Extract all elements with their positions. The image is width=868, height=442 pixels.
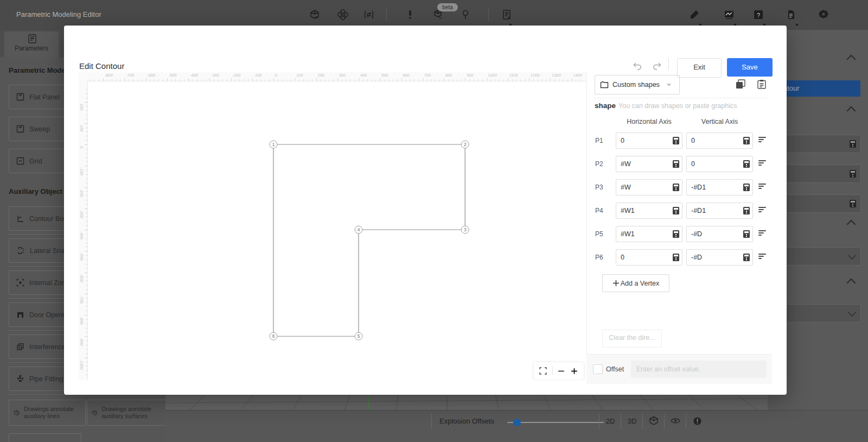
row-options-icon[interactable]: [758, 160, 766, 167]
collapse-chevron-icon[interactable]: [847, 279, 856, 288]
zoom-out-icon[interactable]: [558, 368, 565, 375]
calculator-icon[interactable]: [743, 137, 750, 144]
collapse-chevron-icon[interactable]: [847, 55, 856, 64]
calculator-icon[interactable]: [850, 170, 856, 178]
calculator-icon[interactable]: [850, 140, 856, 148]
cube-icon[interactable]: [649, 416, 659, 426]
vertex-input-wrap: [686, 203, 753, 219]
eye-icon[interactable]: [671, 417, 680, 425]
explosion-offsets-label: Explosion Offsets: [439, 417, 494, 425]
zoom-in-icon[interactable]: [571, 368, 578, 375]
sidebar-item-label: Sweep: [29, 125, 50, 133]
components-icon[interactable]: [337, 9, 348, 20]
zoom-divider: [552, 367, 553, 375]
collapse-chevron-icon[interactable]: [847, 220, 856, 229]
plus-icon: [612, 280, 620, 287]
swap-icon[interactable]: [363, 9, 374, 20]
offset-label: Offset: [606, 365, 624, 373]
calculator-icon[interactable]: [743, 184, 750, 191]
parameter-input[interactable]: [781, 135, 861, 153]
parameter-input[interactable]: [781, 194, 861, 213]
view-3d-button[interactable]: 3D: [624, 417, 640, 425]
interference-zone-icon: [16, 343, 24, 351]
calculator-icon[interactable]: [743, 207, 750, 214]
calculator-icon[interactable]: [850, 200, 856, 207]
custom-shapes-dropdown[interactable]: Custom shapes: [595, 75, 680, 94]
sidebar-item-drawings-annotate-surfaces[interactable]: Drawings annotate auxiliary surfaces: [87, 400, 166, 426]
sidebar-item-drawings-annotate-lines[interactable]: Drawings annotate auxiliary lines: [9, 400, 86, 426]
collapse-chevron-icon[interactable]: [847, 106, 856, 116]
save-button[interactable]: Save: [727, 58, 773, 77]
parameters-icon: [28, 34, 36, 43]
header-divider: [668, 58, 669, 70]
calculator-icon[interactable]: [673, 184, 679, 191]
document-icon[interactable]: [501, 9, 512, 20]
vertex-input-wrap: [686, 156, 753, 172]
gear-icon[interactable]: [818, 9, 829, 20]
cube-3d-icon[interactable]: [309, 9, 320, 20]
vertex-row-label: P3: [595, 184, 603, 191]
flat-panel-icon: [16, 93, 24, 101]
tab-parameters-label: Parameters: [4, 45, 59, 52]
explosion-offsets-slider-track[interactable]: [507, 422, 604, 423]
vertex-number: 5: [358, 333, 360, 339]
sidebar-item-label: Pipe Fitting: [29, 375, 63, 383]
sidebar-item-label: Lateral Snap: [30, 247, 68, 255]
document-icon[interactable]: [786, 9, 796, 20]
paste-icon[interactable]: [757, 79, 766, 89]
custom-shapes-label: Custom shapes: [612, 81, 660, 89]
calculator-icon[interactable]: [743, 230, 750, 238]
bottombar-divider: [599, 414, 599, 429]
drawings-annotate-icon: [14, 408, 20, 418]
vertex-input-wrap: [616, 226, 682, 242]
row-options-icon[interactable]: [758, 137, 766, 143]
redo-icon[interactable]: [652, 60, 662, 71]
image-chart-icon[interactable]: [724, 9, 735, 20]
vertex-row-label: P4: [595, 207, 603, 214]
sweep-icon: [16, 125, 24, 133]
sidebar-item-label: Interference: [29, 343, 66, 351]
link-icon[interactable]: [460, 9, 471, 20]
clear-direction-button[interactable]: Clear the dire...: [602, 330, 662, 348]
add-contour-button[interactable]: ntour: [779, 80, 860, 97]
explosion-offsets-slider-knob[interactable]: [513, 419, 521, 426]
view-2d-button[interactable]: 2D: [602, 417, 618, 425]
drawings-annotate-icon: [92, 408, 98, 418]
undo-icon[interactable]: [632, 60, 643, 71]
calculator-icon[interactable]: [673, 160, 679, 168]
parameter-select[interactable]: [781, 247, 861, 266]
vertex-row-label: P5: [595, 230, 603, 238]
contour-canvas[interactable]: -800-700-600-500-400-300-200-10001002003…: [79, 72, 586, 380]
exit-button[interactable]: Exit: [677, 58, 722, 78]
sidebar-item-label: Drawings annotate auxiliary lines: [24, 406, 85, 419]
pin-icon[interactable]: [405, 9, 416, 20]
calculator-icon[interactable]: [673, 254, 679, 261]
offset-value-input[interactable]: [631, 361, 767, 378]
sidebar-item-label: Internal Zone: [29, 279, 69, 287]
calculator-icon[interactable]: [743, 160, 750, 168]
calculator-icon[interactable]: [743, 254, 750, 261]
beta-badge: beta: [437, 3, 458, 11]
vertex-input-wrap: [616, 179, 682, 195]
bottombar-divider: [642, 414, 643, 429]
parameter-input[interactable]: [781, 165, 861, 183]
offset-checkbox[interactable]: [593, 364, 603, 374]
row-options-icon[interactable]: [758, 230, 766, 237]
row-options-icon[interactable]: [758, 184, 766, 190]
parameter-select[interactable]: [781, 304, 861, 323]
row-options-icon[interactable]: [758, 254, 766, 260]
pencil-icon[interactable]: [689, 9, 700, 20]
calculator-icon[interactable]: [673, 230, 679, 238]
add-vertex-button[interactable]: Add a Vertex: [602, 274, 669, 292]
help-icon[interactable]: ?: [753, 9, 764, 20]
bottombar-divider: [686, 414, 686, 429]
tab-parameters[interactable]: Parameters: [4, 31, 59, 57]
copy-icon[interactable]: [736, 79, 745, 89]
row-options-icon[interactable]: [758, 207, 766, 213]
calculator-icon[interactable]: [673, 207, 679, 214]
calculator-icon[interactable]: [673, 137, 679, 144]
info-icon[interactable]: [693, 417, 701, 425]
fullscreen-icon[interactable]: [539, 367, 547, 375]
vertex-input-wrap: [616, 203, 682, 219]
sidebar-item-label: Drawings annotate auxiliary surfaces: [101, 406, 165, 419]
